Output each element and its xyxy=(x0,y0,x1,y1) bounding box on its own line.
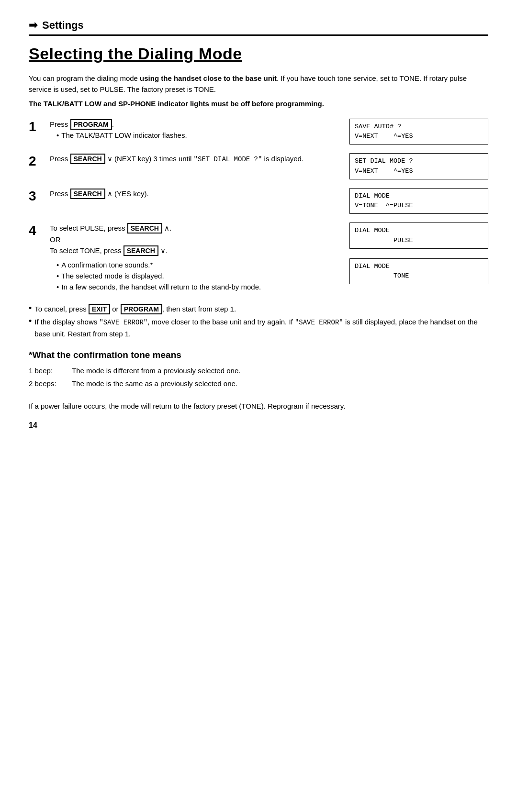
step-4-search-key-tone: SEARCH xyxy=(124,245,158,256)
step-4-or: OR xyxy=(50,234,345,245)
step-1-text-prefix: Press xyxy=(50,120,70,128)
step-2-monospace: "SET DIAL MODE ?" xyxy=(194,156,262,163)
intro-bold: using the handset close to the base unit xyxy=(140,74,277,82)
exit-key: EXIT xyxy=(89,304,110,314)
intro-paragraph: You can program the dialing mode using t… xyxy=(29,73,488,95)
step-2-content: Press SEARCH ∨ (NEXT key) 3 times until … xyxy=(50,153,345,165)
save-error-2: "SAVE ERROR" xyxy=(295,319,343,326)
steps-section: 1 Press PROGRAM. The TALK/BATT LOW indic… xyxy=(29,119,488,293)
step-4-display-box-tone: DIAL MODE TONE xyxy=(349,258,488,285)
step-1-program-key: PROGRAM xyxy=(70,119,112,130)
beep-2-desc: The mode is the same as a previously sel… xyxy=(72,378,237,389)
note-1-bullet: • xyxy=(29,303,32,314)
step-4-bullets: A confirmation tone sounds.* The selecte… xyxy=(50,259,345,293)
step-3-text-suffix: ∧ (YES key). xyxy=(105,189,149,198)
step-4-instruction-tone: To select TONE, press SEARCH ∨. xyxy=(50,245,345,256)
step-2-row: 2 Press SEARCH ∨ (NEXT key) 3 times unti… xyxy=(29,153,488,179)
step-3-display: DIAL MODE V=TONE ^=PULSE xyxy=(349,188,488,214)
step-3-instruction: Press SEARCH ∧ (YES key). xyxy=(50,188,345,200)
warning-text: The TALK/BATT LOW and SP-PHONE indicator… xyxy=(29,98,488,109)
confirmation-section: *What the confirmation tone means 1 beep… xyxy=(29,350,488,389)
step-2-search-key: SEARCH xyxy=(70,154,105,164)
step-4-pulse-suffix: ∧. xyxy=(162,224,171,232)
step-1-bullet-text: The TALK/BATT LOW indicator flashes. xyxy=(61,130,187,141)
beep-1-label: 1 beep: xyxy=(29,365,67,376)
step-1-display: SAVE AUTO# ? V=NEXT ^=YES xyxy=(349,119,488,145)
beep-row-1: 1 beep: The mode is different from a pre… xyxy=(29,365,488,376)
step-1-content: Press PROGRAM. The TALK/BATT LOW indicat… xyxy=(50,119,345,141)
footer-note: If a power failure occurs, the mode will… xyxy=(29,400,488,412)
step-4-display: DIAL MODE PULSE DIAL MODE TONE xyxy=(349,222,488,284)
step-2-number: 2 xyxy=(29,153,50,169)
step-4-tone-suffix: ∨. xyxy=(158,246,168,255)
step-4-display-box-pulse: DIAL MODE PULSE xyxy=(349,222,488,249)
save-error-1: "SAVE ERROR" xyxy=(99,319,147,326)
beep-2-label: 2 beeps: xyxy=(29,378,67,389)
header-divider xyxy=(29,34,488,36)
note-2-text: If the display shows "SAVE ERROR", move … xyxy=(34,316,488,339)
step-4-bullet-3: In a few seconds, the handset will retur… xyxy=(56,281,345,292)
program-key: PROGRAM xyxy=(121,304,162,314)
beep-row-2: 2 beeps: The mode is the same as a previ… xyxy=(29,378,488,389)
step-4-bullet-3-text: In a few seconds, the handset will retur… xyxy=(61,281,261,292)
step-4-pulse-prefix: To select PULSE, press xyxy=(50,224,127,232)
step-2-instruction: Press SEARCH ∨ (NEXT key) 3 times until … xyxy=(50,153,345,165)
step-3-text-prefix: Press xyxy=(50,189,70,198)
beep-table: 1 beep: The mode is different from a pre… xyxy=(29,365,488,389)
note-2-bullet: • xyxy=(29,316,32,327)
arrow-icon: ➡ xyxy=(29,19,37,32)
step-2-text-suffix: is displayed. xyxy=(262,155,303,163)
step-4-search-key-pulse: SEARCH xyxy=(127,223,162,234)
step-4-content: To select PULSE, press SEARCH ∧. OR To s… xyxy=(50,222,345,292)
note-1: • To cancel, press EXIT or PROGRAM, then… xyxy=(29,303,488,315)
step-4-bullet-1-text: A confirmation tone sounds.* xyxy=(61,259,153,270)
step-1-display-box: SAVE AUTO# ? V=NEXT ^=YES xyxy=(349,119,488,145)
step-4-row: 4 To select PULSE, press SEARCH ∧. OR To… xyxy=(29,222,488,292)
header-bar: ➡ Settings xyxy=(29,19,488,32)
step-1-instruction: Press PROGRAM. xyxy=(50,119,345,130)
step-2-display-box: SET DIAL MODE ? V=NEXT ^=YES xyxy=(349,153,488,179)
step-4-number: 4 xyxy=(29,222,50,238)
step-4-bullet-2: The selected mode is displayed. xyxy=(56,270,345,281)
note-1-text: To cancel, press EXIT or PROGRAM, then s… xyxy=(34,303,236,315)
step-1-text-suffix: . xyxy=(112,120,114,128)
step-2-display: SET DIAL MODE ? V=NEXT ^=YES xyxy=(349,153,488,179)
step-4-instruction-pulse: To select PULSE, press SEARCH ∧. xyxy=(50,222,345,234)
header-title: Settings xyxy=(42,19,84,32)
step-1-row: 1 Press PROGRAM. The TALK/BATT LOW indic… xyxy=(29,119,488,145)
step-3-row: 3 Press SEARCH ∧ (YES key). DIAL MODE V=… xyxy=(29,188,488,214)
step-3-display-box: DIAL MODE V=TONE ^=PULSE xyxy=(349,188,488,214)
note-2: • If the display shows "SAVE ERROR", mov… xyxy=(29,316,488,339)
page-title: Selecting the Dialing Mode xyxy=(29,44,488,63)
step-2-text-prefix: Press xyxy=(50,155,70,163)
step-4-bullet-2-text: The selected mode is displayed. xyxy=(61,270,164,281)
step-3-content: Press SEARCH ∧ (YES key). xyxy=(50,188,345,200)
intro-text-1: You can program the dialing mode xyxy=(29,74,140,82)
confirmation-title: *What the confirmation tone means xyxy=(29,350,488,360)
beep-1-desc: The mode is different from a previously … xyxy=(72,365,240,376)
notes-section: • To cancel, press EXIT or PROGRAM, then… xyxy=(29,303,488,340)
step-4-bullet-1: A confirmation tone sounds.* xyxy=(56,259,345,270)
step-1-bullet-1: The TALK/BATT LOW indicator flashes. xyxy=(56,130,345,141)
step-3-number: 3 xyxy=(29,188,50,204)
step-3-search-key: SEARCH xyxy=(70,189,105,199)
step-1-number: 1 xyxy=(29,119,50,134)
page-number: 14 xyxy=(29,421,488,430)
step-2-text-mid: ∨ (NEXT key) 3 times until xyxy=(105,155,194,163)
step-4-tone-prefix: To select TONE, press xyxy=(50,246,124,255)
